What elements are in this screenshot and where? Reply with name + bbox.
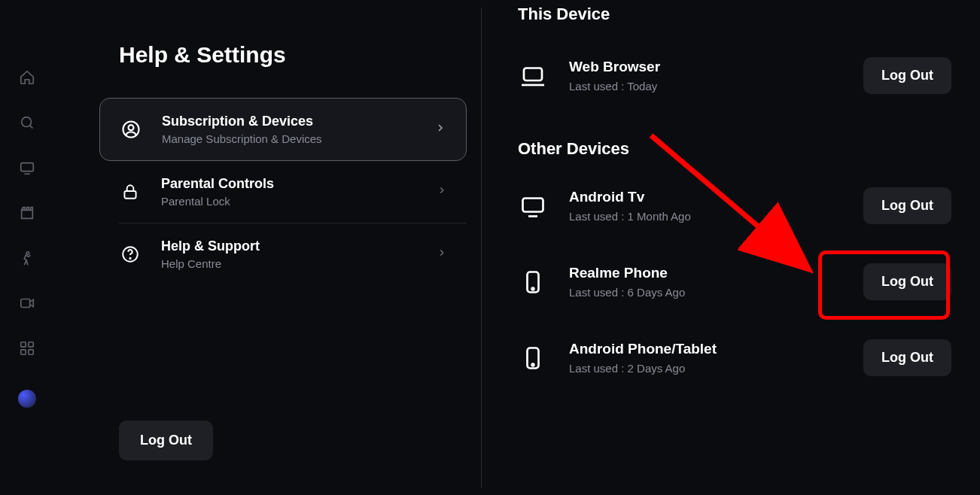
lock-icon <box>119 181 142 203</box>
search-icon[interactable] <box>19 114 35 131</box>
menu-item-title: Subscription & Devices <box>162 114 415 129</box>
svg-point-8 <box>129 125 134 130</box>
svg-rect-5 <box>21 350 26 354</box>
device-name: Realme Phone <box>569 265 842 281</box>
menu-item-subtitle: Parental Lock <box>161 195 417 208</box>
menu-item-text: Help & Support Help Centre <box>161 238 417 270</box>
tv-icon[interactable] <box>19 159 35 176</box>
svg-rect-3 <box>21 342 26 347</box>
home-icon[interactable] <box>19 69 35 86</box>
svg-rect-4 <box>29 342 33 347</box>
logout-device-button[interactable]: Log Out <box>863 339 951 376</box>
phone-icon <box>518 267 548 297</box>
logout-device-button[interactable]: Log Out <box>863 263 951 300</box>
device-last-used: Last used : 1 Month Ago <box>569 210 842 223</box>
svg-rect-6 <box>29 350 33 354</box>
menu-item-parental-controls[interactable]: Parental Controls Parental Lock <box>119 161 467 223</box>
laptop-icon <box>518 61 548 91</box>
chevron-right-icon <box>434 122 446 137</box>
svg-point-0 <box>22 117 32 127</box>
device-text: Android Tv Last used : 1 Month Ago <box>569 189 842 223</box>
settings-panel: Help & Settings Subscription & Devices M… <box>54 0 482 495</box>
chevron-right-icon <box>437 247 447 261</box>
device-text: Android Phone/Tablet Last used : 2 Days … <box>569 341 842 375</box>
device-name: Web Browser <box>569 59 842 75</box>
logout-device-button[interactable]: Log Out <box>863 187 951 224</box>
svg-point-11 <box>129 258 130 259</box>
phone-icon <box>518 343 548 373</box>
devices-panel: This Device Web Browser Last used : Toda… <box>482 0 980 495</box>
question-circle-icon <box>119 243 142 266</box>
logout-device-button[interactable]: Log Out <box>863 57 951 94</box>
tv-device-icon <box>518 191 548 221</box>
svg-point-17 <box>532 363 534 366</box>
device-row-web-browser: Web Browser Last used : Today Log Out <box>518 57 951 94</box>
menu-item-text: Parental Controls Parental Lock <box>161 176 417 208</box>
categories-icon[interactable] <box>19 340 35 357</box>
menu-item-subscription-devices[interactable]: Subscription & Devices Manage Subscripti… <box>99 98 467 161</box>
logout-button[interactable]: Log Out <box>119 421 213 460</box>
menu-item-text: Subscription & Devices Manage Subscripti… <box>162 114 415 145</box>
device-text: Web Browser Last used : Today <box>569 59 842 93</box>
menu-item-title: Help & Support <box>161 238 417 254</box>
menu-item-subtitle: Help Centre <box>161 257 417 270</box>
chevron-right-icon <box>437 185 447 199</box>
page-title: Help & Settings <box>119 42 467 68</box>
svg-rect-12 <box>524 68 542 80</box>
device-text: Realme Phone Last used : 6 Days Ago <box>569 265 842 299</box>
device-row-android-tv: Android Tv Last used : 1 Month Ago Log O… <box>518 187 951 224</box>
avatar[interactable] <box>18 390 36 408</box>
device-last-used: Last used : 2 Days Ago <box>569 362 842 375</box>
device-name: Android Tv <box>569 189 842 205</box>
sports-icon[interactable] <box>19 250 35 266</box>
video-icon[interactable] <box>19 295 35 311</box>
device-name: Android Phone/Tablet <box>569 341 842 357</box>
device-last-used: Last used : Today <box>569 80 842 93</box>
svg-point-15 <box>532 287 534 290</box>
section-other-devices: Other Devices <box>518 139 951 159</box>
menu-item-help-support[interactable]: Help & Support Help Centre <box>119 223 467 285</box>
menu-item-subtitle: Manage Subscription & Devices <box>162 132 415 145</box>
menu-item-title: Parental Controls <box>161 176 417 192</box>
svg-rect-9 <box>124 191 135 199</box>
device-row-realme-phone: Realme Phone Last used : 6 Days Ago Log … <box>518 263 951 300</box>
section-this-device: This Device <box>518 5 951 24</box>
svg-rect-2 <box>21 299 30 308</box>
svg-rect-13 <box>523 198 543 211</box>
movies-icon[interactable] <box>19 205 35 221</box>
device-row-android-phone-tablet: Android Phone/Tablet Last used : 2 Days … <box>518 339 951 376</box>
svg-rect-1 <box>21 163 34 172</box>
device-last-used: Last used : 6 Days Ago <box>569 286 842 299</box>
nav-rail <box>0 0 54 495</box>
profile-circle-icon <box>120 118 142 141</box>
